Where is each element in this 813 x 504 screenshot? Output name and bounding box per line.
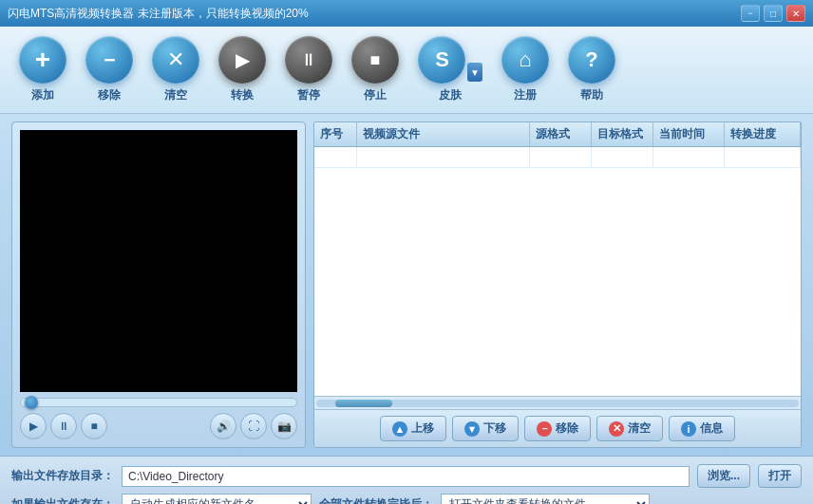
file-list-panel: 序号 视频源文件 源格式 目标格式 当前时间 转换进度 (313, 121, 802, 448)
col-header-prog: 转换进度 (725, 122, 801, 146)
stop-button[interactable]: ■ 停止 (351, 36, 399, 103)
info-icon: i (681, 421, 696, 437)
clear-button[interactable]: ✕ 清空 (152, 36, 199, 103)
stop-playback-button[interactable]: ■ (81, 413, 107, 439)
list-rows (314, 147, 801, 168)
clear-label: 清空 (164, 87, 187, 103)
playback-controls: ▶ ⏸ ■ (20, 413, 107, 439)
toolbar: + 添加 － 移除 ✕ 清空 ▶ 转换 ⏸ 暂停 ■ 停止 S ▼ 皮肤 ⌂ 注… (0, 27, 813, 114)
convert-icon[interactable]: ▶ (218, 36, 266, 84)
browse-button[interactable]: 浏览... (697, 464, 750, 488)
list-remove-button[interactable]: － 移除 (524, 416, 591, 441)
app-title: 闪电MTS高清视频转换器 未注册版本，只能转换视频的20% (8, 6, 309, 22)
add-label: 添加 (31, 87, 54, 103)
cell-time (653, 147, 725, 167)
add-icon[interactable]: + (19, 36, 66, 84)
table-row[interactable] (314, 147, 801, 168)
maximize-button[interactable]: □ (764, 5, 783, 22)
col-header-seq: 序号 (314, 122, 357, 146)
register-button[interactable]: ⌂ 注册 (501, 36, 549, 103)
stop-icon[interactable]: ■ (351, 36, 399, 84)
remove-icon-btn: － (537, 421, 552, 437)
extra-controls: 🔊 ⛶ 📷 (210, 413, 297, 439)
skin-label: 皮肤 (439, 87, 462, 103)
move-down-label: 下移 (483, 420, 506, 437)
options-row: 如果输出文件存在： 自动生成相应的新文件名 覆盖原文件 跳过 全部文件转换完毕后… (11, 494, 802, 504)
skin-dropdown-arrow[interactable]: ▼ (467, 63, 482, 82)
remove-button[interactable]: － 移除 (85, 36, 133, 103)
output-dir-label: 输出文件存放目录： (11, 468, 114, 484)
pause-label: 暂停 (297, 87, 320, 103)
cell-src (530, 147, 592, 167)
progress-bar[interactable] (20, 398, 297, 407)
remove-label: 移除 (98, 87, 121, 103)
move-down-button[interactable]: ▼ 下移 (452, 416, 519, 441)
list-remove-label: 移除 (556, 420, 578, 437)
col-header-dst: 目标格式 (592, 122, 653, 146)
clear-icon[interactable]: ✕ (152, 36, 199, 84)
output-dir-row: 输出文件存放目录： 浏览... 打开 (11, 464, 802, 488)
list-header: 序号 视频源文件 源格式 目标格式 当前时间 转换进度 (314, 122, 801, 147)
video-controls: ▶ ⏸ ■ 🔊 ⛶ 📷 (20, 413, 297, 439)
scroll-thumb[interactable] (335, 400, 392, 407)
window-controls: － □ ✕ (741, 5, 805, 22)
title-bar: 闪电MTS高清视频转换器 未注册版本，只能转换视频的20% － □ ✕ (0, 0, 813, 27)
add-button[interactable]: + 添加 (19, 36, 66, 103)
info-button[interactable]: i 信息 (669, 416, 735, 441)
output-path-input[interactable] (122, 466, 690, 487)
help-label: 帮助 (580, 87, 603, 103)
convert-label: 转换 (231, 87, 254, 103)
pause-icon[interactable]: ⏸ (285, 36, 332, 84)
register-label: 注册 (514, 87, 537, 103)
register-icon[interactable]: ⌂ (501, 36, 549, 84)
fullscreen-button[interactable]: ⛶ (240, 413, 267, 439)
move-up-button[interactable]: ▲ 上移 (380, 416, 446, 441)
horizontal-scrollbar[interactable] (314, 396, 801, 409)
cell-dst (592, 147, 653, 167)
video-screen (20, 130, 297, 392)
if-exists-select[interactable]: 自动生成相应的新文件名 覆盖原文件 跳过 (122, 494, 312, 504)
cell-prog (725, 147, 801, 167)
after-convert-select[interactable]: 打开文件夹查看转换的文件 关闭程序 不做任何操作 (441, 494, 650, 504)
clear-icon-btn: ✕ (609, 421, 624, 437)
list-clear-button[interactable]: ✕ 清空 (596, 416, 663, 441)
list-body (314, 147, 801, 396)
minimize-button[interactable]: － (741, 5, 760, 22)
pause-playback-button[interactable]: ⏸ (50, 413, 77, 439)
main-content: ▶ ⏸ ■ 🔊 ⛶ 📷 序号 视频源文件 源格式 目标格式 当前时间 转换进度 (0, 114, 813, 456)
progress-thumb[interactable] (25, 396, 38, 409)
col-header-file: 视频源文件 (357, 122, 530, 146)
close-button[interactable]: ✕ (786, 5, 805, 22)
skin-icon[interactable]: S (418, 36, 465, 84)
down-icon: ▼ (464, 421, 480, 437)
list-clear-label: 清空 (628, 420, 651, 437)
skin-button[interactable]: S ▼ 皮肤 (418, 36, 482, 103)
remove-icon[interactable]: － (85, 36, 133, 84)
pause-button[interactable]: ⏸ 暂停 (285, 36, 332, 103)
up-icon: ▲ (392, 421, 407, 437)
play-button[interactable]: ▶ (20, 413, 47, 439)
if-exists-label: 如果输出文件存在： (11, 496, 114, 505)
info-label: 信息 (700, 420, 723, 437)
col-header-time: 当前时间 (653, 122, 725, 146)
help-button[interactable]: ? 帮助 (568, 36, 615, 103)
stop-label: 停止 (364, 87, 387, 103)
capture-button[interactable]: 📷 (271, 413, 297, 439)
cell-seq (314, 147, 357, 167)
col-header-src: 源格式 (530, 122, 592, 146)
open-button[interactable]: 打开 (758, 464, 802, 488)
move-up-label: 上移 (411, 420, 434, 437)
cell-file (357, 147, 530, 167)
volume-button[interactable]: 🔊 (210, 413, 236, 439)
video-panel: ▶ ⏸ ■ 🔊 ⛶ 📷 (11, 121, 306, 448)
bottom-bar: 输出文件存放目录： 浏览... 打开 如果输出文件存在： 自动生成相应的新文件名… (0, 456, 813, 504)
after-convert-label: 全部文件转换完毕后： (319, 496, 433, 505)
help-icon[interactable]: ? (568, 36, 615, 84)
list-actions: ▲ 上移 ▼ 下移 － 移除 ✕ 清空 i 信息 (314, 409, 801, 447)
scroll-track[interactable] (316, 400, 799, 407)
convert-button[interactable]: ▶ 转换 (218, 36, 266, 103)
